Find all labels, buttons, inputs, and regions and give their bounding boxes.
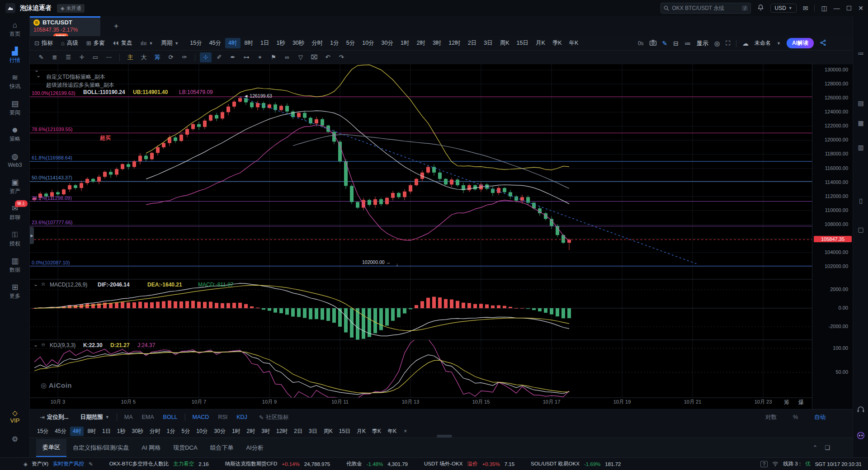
status-item[interactable]: SOL/USDT 欧易OKX [531, 461, 580, 467]
timeframe-1秒[interactable]: 1秒 [273, 38, 288, 48]
timeframe-45分[interactable]: 45分 [52, 427, 69, 436]
edit-pen-icon[interactable]: ✎ [662, 40, 668, 47]
collapse-chevron-icon[interactable]: ⌄ [36, 72, 41, 79]
period-dropdown[interactable]: 周期▼ [161, 39, 179, 47]
timeframe-1日[interactable]: 1日 [99, 427, 113, 436]
timeframe-周K[interactable]: 周K [497, 38, 513, 48]
bottom-tab-委单区[interactable]: 委单区 [36, 439, 66, 457]
flag-icon[interactable]: ⚑ [268, 52, 279, 62]
currency-dropdown[interactable]: USD▼ [770, 4, 796, 13]
timeframe-年K[interactable]: 年K [385, 427, 399, 436]
bottom-tab-AI分析[interactable]: AI分析 [240, 439, 270, 456]
timeframe-1日[interactable]: 1日 [257, 38, 272, 48]
scale-toggle-对数[interactable]: 对数 [761, 414, 781, 421]
minimize-button[interactable]: — [834, 5, 840, 12]
timeframe-4时[interactable]: 4时 [225, 38, 240, 48]
kdj-alert-bell-icon[interactable]: ⍾ [42, 342, 45, 348]
status-item[interactable]: 4,301.79 [387, 461, 408, 467]
timeframe-8时[interactable]: 8时 [241, 38, 256, 48]
overlay-toggle-MA[interactable]: MA [120, 414, 137, 420]
price-alert-label[interactable]: 102000.00 → [362, 259, 391, 265]
timeframe-30秒[interactable]: 30秒 [129, 427, 146, 436]
sidebar-item-more[interactable]: ⊞更多 [0, 278, 30, 305]
watchlist-edit-icon[interactable]: ≔ [853, 50, 868, 57]
scale-toggle-自动[interactable]: 自动 [810, 414, 830, 421]
timeframe-2时[interactable]: 2时 [413, 38, 428, 48]
timeframe-12时[interactable]: 12时 [274, 427, 290, 436]
pen-tool-icon[interactable]: ✒ [227, 52, 239, 62]
ai-assistant-robot-icon[interactable] [853, 431, 868, 441]
maximize-button[interactable]: ☐ [846, 5, 852, 12]
tab-btc-usdt[interactable]: B BTC/USDT 105847.35 -2.17% NEW [30, 16, 100, 36]
replay-button[interactable]: ⏴⏴复盘 [113, 39, 132, 47]
timeframe-4时[interactable]: 4时 [70, 427, 84, 436]
timeframe-3时[interactable]: 3时 [429, 38, 444, 48]
fullscreen-icon[interactable]: ⛶ [726, 39, 730, 47]
sidebar-item-news[interactable]: ▤要闻 [0, 95, 30, 121]
timeframe-周K[interactable]: 周K [321, 427, 335, 436]
timeframe-分时[interactable]: 分时 [147, 427, 163, 436]
timeframe-15日[interactable]: 15日 [336, 427, 353, 436]
community-indicator-button[interactable]: ✎社区指标 [255, 414, 293, 421]
sidebar-item-home[interactable]: ⌂首页 [0, 16, 30, 42]
chart-style-dropdown[interactable]: ılıı▼ [141, 40, 153, 47]
screenshot-camera-icon[interactable] [650, 40, 656, 47]
theme-icon[interactable]: ◎ [714, 40, 720, 47]
macd-collapse-icon[interactable]: ⌄ [33, 281, 38, 287]
phone-app-icon[interactable]: ▯ [853, 197, 868, 204]
market-panel-icon[interactable]: ▤ [853, 99, 868, 107]
indicator-toggle-KDJ[interactable]: KDJ [232, 414, 252, 420]
filter-icon[interactable]: ▽ [295, 52, 307, 62]
sidebar-item-auth[interactable]: ⚿授权 [0, 226, 30, 252]
timeframe-30分[interactable]: 30分 [378, 38, 396, 48]
add-tab-button[interactable]: + [114, 22, 118, 31]
sidebar-item-assets[interactable]: ▣资产 [0, 174, 30, 200]
settings-gear-icon[interactable]: ⚙ [0, 435, 30, 443]
bottom-tab-组合下单[interactable]: 组合下单 [204, 439, 240, 456]
panel-expand-handle[interactable]: ▶ [30, 227, 34, 244]
account-status-badge[interactable]: ◈ 未开通 [57, 4, 85, 13]
timeframe-5分[interactable]: 5分 [343, 38, 358, 48]
timeframe-3时[interactable]: 3时 [259, 427, 273, 436]
object-tree-icon[interactable]: ☰ [62, 52, 74, 62]
timeframe-1时[interactable]: 1时 [229, 427, 243, 436]
status-item[interactable]: OKX-BTC多空持仓人数比 [109, 461, 169, 467]
sidebar-item-flash-news[interactable]: ≋快讯 [0, 69, 30, 95]
scale-toggle-%[interactable]: % [788, 414, 802, 420]
status-item[interactable]: +0.14% [282, 461, 299, 467]
timeframe-季K[interactable]: 季K [369, 427, 384, 436]
indicator-toggle-RSI[interactable]: RSI [213, 414, 232, 420]
monitor-icon[interactable]: ▢ [853, 226, 868, 233]
timeframe-8时[interactable]: 8时 [85, 427, 99, 436]
multi-window-button[interactable]: ⊞多窗 [86, 39, 105, 47]
timeframe-月K[interactable]: 月K [533, 38, 548, 48]
timeframe-12时[interactable]: 12时 [445, 38, 463, 48]
timeframe-15分[interactable]: 15分 [187, 38, 205, 48]
statusbar-collapse-icon[interactable]: ◈ [24, 461, 28, 467]
overlay-toggle-EMA[interactable]: EMA [137, 414, 159, 420]
timeframe-1分[interactable]: 1分 [327, 38, 342, 48]
measure-icon[interactable]: ⊶ [241, 52, 252, 62]
timeframe-2日[interactable]: 2日 [465, 38, 480, 48]
layout-name-dropdown[interactable]: 未命名 [755, 39, 771, 47]
date-range-button[interactable]: 日期范围▼ [76, 414, 114, 421]
bottom-tab-现货DCA[interactable]: 现货DCA [167, 439, 203, 456]
timeframe-1分[interactable]: 1分 [164, 427, 178, 436]
indicator-button[interactable]: ⊡指标 [34, 39, 53, 47]
timeframe-3日[interactable]: 3日 [481, 38, 495, 48]
advanced-button[interactable]: ⌂高级 [61, 39, 78, 47]
draw-pencil-icon[interactable]: ✎ [35, 52, 47, 62]
timeframe-10分[interactable]: 10分 [193, 427, 210, 436]
mail-icon[interactable]: ✉ [803, 5, 808, 12]
brush-icon[interactable]: ✑ [179, 52, 190, 62]
sidebar-item-vip[interactable]: ◇ VIP [0, 409, 30, 424]
refresh-icon[interactable]: ⟳ [165, 52, 177, 62]
status-item[interactable]: 7.15 [505, 461, 514, 467]
status-item[interactable]: 溢价 [467, 461, 477, 467]
timeframe-年K[interactable]: 年K [566, 38, 582, 48]
macd-alert-bell-icon[interactable]: ⍾ [42, 281, 45, 287]
status-item[interactable]: 资产(¥) [32, 461, 48, 467]
timeframe-10分[interactable]: 10分 [359, 38, 377, 48]
indicator-list-icon[interactable]: ≣ [49, 52, 61, 62]
bottom-tab-AI 网格[interactable]: AI 网格 [135, 439, 167, 456]
